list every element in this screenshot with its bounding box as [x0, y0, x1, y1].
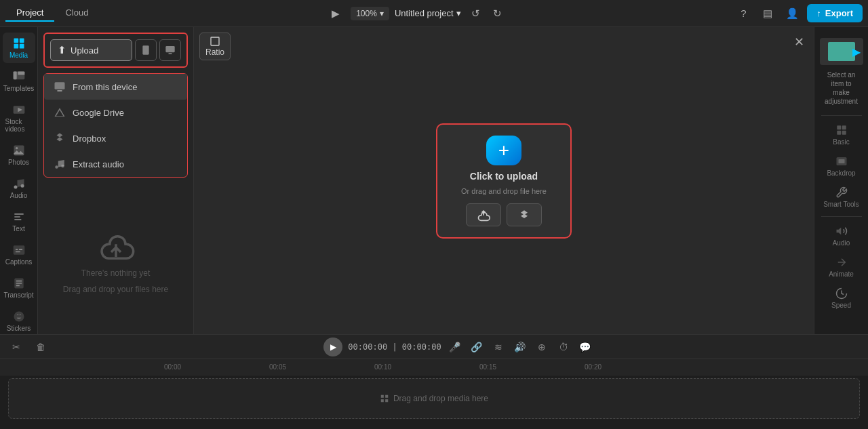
panel-separator-2: [821, 216, 862, 217]
svg-point-22: [55, 165, 58, 169]
project-name[interactable]: Untitled project ▾: [395, 8, 461, 18]
tablet-view-btn[interactable]: [135, 39, 157, 61]
tab-project[interactable]: Project: [5, 5, 54, 22]
dropdown-google-drive[interactable]: Google Drive: [44, 100, 187, 125]
zoom-timeline-btn[interactable]: ⊕: [534, 339, 550, 355]
upload-button[interactable]: ⬆ Upload: [50, 39, 132, 61]
sidebar-label-templates: Templates: [3, 85, 35, 92]
right-panel-backdrop[interactable]: Backdrop: [817, 151, 866, 181]
google-drive-icon: [54, 106, 66, 119]
adjustment-preview: ▶: [820, 38, 863, 65]
timeline-drop-text: Drag and drop media here: [380, 394, 488, 403]
timeline-center-tools: ▶ 00:00:00 | 00:00:00 🎤 🔗 ≋ 🔊 ⊕ ⏱ 💬: [57, 338, 860, 356]
time-display: 00:00:00 | 00:00:00: [348, 342, 441, 352]
adjustment-text: Select an item to make adjustment: [823, 70, 860, 106]
split-btn[interactable]: ✂: [8, 339, 24, 355]
sidebar-item-text[interactable]: Text: [3, 206, 35, 237]
smart-tools-label: Smart Tools: [823, 201, 859, 208]
ratio-button[interactable]: Ratio: [199, 33, 231, 60]
sidebar-item-captions[interactable]: Captions: [3, 239, 35, 270]
media-icon: [12, 37, 26, 50]
right-panel-smart-tools[interactable]: Smart Tools: [817, 182, 866, 212]
dz-upload-btn[interactable]: [466, 203, 501, 226]
preview-inner: [828, 42, 855, 61]
sidebar-item-transcript[interactable]: Transcript: [3, 272, 35, 303]
timeline-play-btn[interactable]: ▶: [323, 338, 342, 356]
right-panel-speed[interactable]: Speed: [817, 283, 866, 313]
avatar-btn[interactable]: 👤: [783, 4, 802, 23]
svg-rect-27: [837, 131, 841, 135]
topbar-center: ▶ 100% ▾ Untitled project ▾ ↺ ↻: [99, 4, 734, 23]
main-layout: Media Templates Stock videos Photos Audi…: [0, 27, 868, 334]
timeline-drop-zone[interactable]: Drag and drop media here: [8, 378, 860, 419]
project-title: Untitled project: [395, 8, 454, 18]
ruler-mark-1: 00:05: [268, 363, 373, 371]
svg-rect-1: [19, 39, 24, 43]
timeline-toolbar: ✂ 🗑 ▶ 00:00:00 | 00:00:00 🎤 🔗 ≋ 🔊 ⊕ ⏱ 💬: [0, 335, 868, 359]
backdrop-label: Backdrop: [827, 169, 855, 177]
layout-btn[interactable]: ▤: [758, 4, 777, 23]
delete-btn[interactable]: 🗑: [33, 339, 49, 355]
animate-label: Animate: [829, 270, 854, 278]
caption-timeline-btn[interactable]: 💬: [577, 339, 593, 355]
drop-zone-subtitle: Or drag and drop file here: [461, 187, 547, 195]
svg-rect-33: [381, 399, 384, 402]
sidebar-item-stickers[interactable]: Stickers: [3, 306, 35, 334]
sidebar-label-audio: Audio: [10, 192, 28, 199]
sidebar-item-templates[interactable]: Templates: [3, 66, 35, 96]
redo-btn[interactable]: ↻: [488, 4, 507, 23]
svg-point-11: [14, 186, 17, 189]
waveform-btn[interactable]: ≋: [490, 339, 507, 355]
dropdown-extract-audio[interactable]: Extract audio: [44, 151, 187, 177]
zoom-control[interactable]: 100% ▾: [351, 7, 389, 20]
speed-label: Speed: [831, 302, 851, 309]
svg-point-23: [61, 165, 64, 168]
stickers-icon: [12, 310, 26, 323]
sidebar-item-media[interactable]: Media: [3, 33, 35, 63]
help-btn[interactable]: ?: [734, 4, 753, 23]
svg-rect-17: [142, 45, 149, 54]
svg-rect-31: [381, 395, 384, 398]
preview-arrow: ▶: [852, 45, 861, 58]
dz-dropbox-btn[interactable]: [507, 203, 542, 226]
mic-btn[interactable]: 🎤: [447, 339, 463, 355]
sidebar-label-media: Media: [9, 52, 28, 59]
backdrop-icon: [835, 155, 848, 167]
sidebar-item-photos[interactable]: Photos: [3, 140, 35, 170]
undo-btn[interactable]: ↺: [467, 4, 486, 23]
right-panel-audio[interactable]: Audio: [817, 221, 866, 251]
dz-cloud-icon: [477, 208, 490, 222]
svg-rect-25: [837, 125, 841, 129]
project-chevron: ▾: [456, 8, 461, 18]
google-drive-label: Google Drive: [73, 108, 124, 118]
right-panel-basic[interactable]: Basic: [817, 120, 866, 150]
sidebar-item-audio[interactable]: Audio: [3, 173, 35, 203]
dropbox-icon: [54, 132, 66, 144]
timeline-ruler: 00:00 00:05 00:10 00:15 00:20: [0, 359, 868, 375]
tab-cloud[interactable]: Cloud: [54, 5, 99, 22]
dropdown-from-device[interactable]: From this device: [44, 74, 187, 100]
right-panel-animate[interactable]: Animate: [817, 252, 866, 282]
svg-rect-18: [165, 46, 174, 52]
empty-sub: Drag and drop your files here: [63, 285, 168, 294]
timer-btn[interactable]: ⏱: [555, 339, 572, 355]
play-preview-btn[interactable]: ▶: [326, 4, 345, 23]
close-canvas-btn[interactable]: ✕: [789, 33, 808, 52]
volume-btn[interactable]: 🔊: [512, 339, 528, 355]
text-icon: [12, 210, 26, 224]
desktop-view-btn[interactable]: [159, 39, 181, 61]
svg-point-12: [20, 184, 24, 188]
canvas-area: Ratio ✕ + Click to upload Or drag and dr…: [194, 27, 814, 334]
sidebar-item-stock[interactable]: Stock videos: [3, 99, 35, 137]
stock-icon: [12, 103, 26, 117]
export-button[interactable]: ↑ Export: [807, 4, 863, 22]
basic-icon: [835, 124, 848, 136]
dropbox-label: Dropbox: [73, 134, 106, 144]
drop-zone[interactable]: + Click to upload Or drag and drop file …: [436, 123, 572, 239]
dropdown-dropbox[interactable]: Dropbox: [44, 125, 187, 151]
sidebar-label-stock: Stock videos: [5, 118, 33, 133]
link-btn[interactable]: 🔗: [469, 339, 485, 355]
svg-rect-20: [55, 82, 65, 89]
animate-icon: [835, 256, 848, 268]
tablet-icon: [140, 45, 151, 56]
